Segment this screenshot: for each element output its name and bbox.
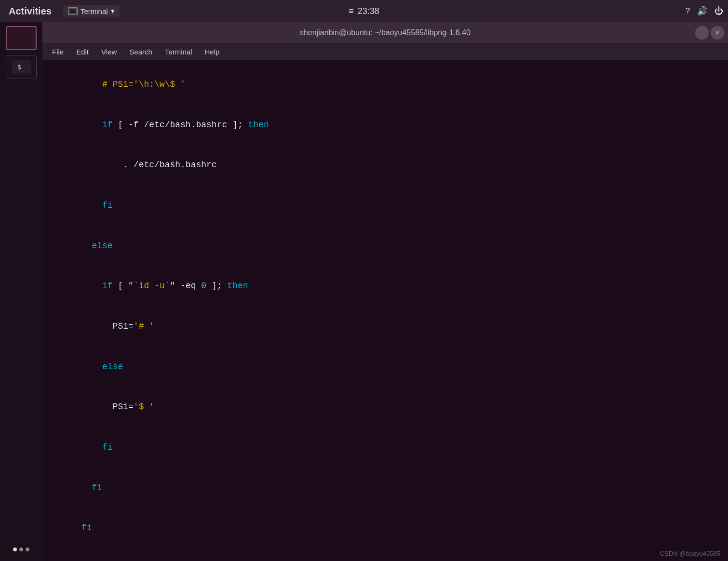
sidebar-window-thumbnail-1[interactable] <box>6 26 37 50</box>
code-line-3: . /etc/bash.bashrc <box>50 145 720 186</box>
dot-2 <box>19 548 23 551</box>
code-line-11: fi <box>50 468 720 508</box>
svg-rect-1 <box>69 9 76 13</box>
sidebar-window-thumbnail-2[interactable]: $_ <box>6 55 37 79</box>
power-icon[interactable]: ⏻ <box>715 6 723 16</box>
menu-edit[interactable]: Edit <box>70 46 94 58</box>
sidebar-dots <box>13 548 29 551</box>
code-line-12: fi <box>50 508 720 548</box>
code-line-6: if [ "`id -u`" -eq 0 ]; then <box>50 266 720 307</box>
code-line-9: PS1='$ ' <box>50 387 720 427</box>
menu-terminal[interactable]: Terminal <box>159 46 198 58</box>
system-bar-right: ? 🔊 ⏻ <box>685 6 723 16</box>
dot-1 <box>13 548 17 551</box>
code-line-empty <box>50 548 720 561</box>
terminal-dropdown-arrow[interactable]: ▾ <box>111 7 115 15</box>
terminal-mini-icon: $_ <box>12 60 31 74</box>
code-line-4: fi <box>50 186 720 226</box>
activities-label[interactable]: Activities <box>5 6 55 17</box>
menu-bar: File Edit View Search Terminal Help <box>42 43 728 61</box>
code-line-1: # PS1='\h:\w\$ ' <box>50 65 720 105</box>
code-line-2: if [ -f /etc/bash.bashrc ]; then <box>50 105 720 146</box>
menu-search[interactable]: Search <box>123 46 158 58</box>
close-icon: ✕ <box>715 28 719 37</box>
code-line-5: else <box>50 226 720 267</box>
terminal-tab-label: Terminal <box>81 7 108 15</box>
clock-time: 23:38 <box>358 6 379 16</box>
minimize-button[interactable]: – <box>695 26 709 40</box>
terminal-content[interactable]: # PS1='\h:\w\$ ' if [ -f /etc/bash.bashr… <box>42 61 728 561</box>
code-line-10: fi <box>50 427 720 468</box>
terminal-tab[interactable]: Terminal ▾ <box>63 5 120 17</box>
sidebar: $_ <box>0 22 42 561</box>
close-button[interactable]: ✕ <box>711 26 724 40</box>
volume-icon[interactable]: 🔊 <box>697 6 708 16</box>
terminal-mini-prompt: $_ <box>17 63 26 71</box>
code-line-7: PS1='# ' <box>50 307 720 347</box>
terminal-tab-icon <box>68 7 78 15</box>
hamburger-icon: ≡ <box>349 6 354 16</box>
title-bar: shenjianbin@ubuntu: ~/baoyu45585/libpng-… <box>42 22 728 43</box>
question-icon[interactable]: ? <box>685 6 690 16</box>
csdn-watermark: CSDN @baoyu45585 <box>660 550 720 557</box>
menu-file[interactable]: File <box>46 46 69 58</box>
system-bar-center: ≡ 23:38 <box>349 6 379 16</box>
title-bar-controls: – ✕ <box>695 26 724 40</box>
system-bar: Activities Terminal ▾ ≡ 23:38 ? 🔊 ⏻ <box>0 0 728 22</box>
title-bar-title: shenjianbin@ubuntu: ~/baoyu45585/libpng-… <box>300 28 471 37</box>
menu-help[interactable]: Help <box>199 46 226 58</box>
minimize-icon: – <box>700 29 704 37</box>
code-line-8: else <box>50 347 720 387</box>
system-bar-left: Activities Terminal ▾ <box>5 5 120 17</box>
menu-view[interactable]: View <box>95 46 122 58</box>
thumbnail-inner <box>7 27 35 49</box>
dot-3 <box>26 548 29 551</box>
terminal-window: shenjianbin@ubuntu: ~/baoyu45585/libpng-… <box>42 22 728 561</box>
